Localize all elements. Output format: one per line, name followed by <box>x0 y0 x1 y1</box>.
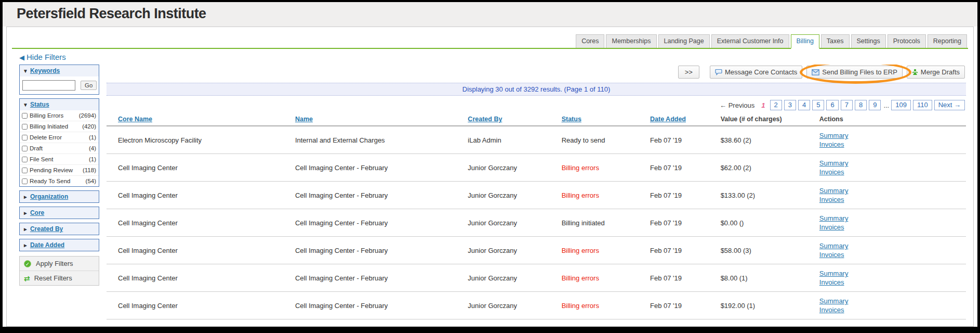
summary-link[interactable]: Summary <box>819 324 964 326</box>
collapsed-triangle-icon: ► <box>23 194 28 200</box>
pagination-page-3[interactable]: 3 <box>784 100 796 110</box>
column-header-label[interactable]: Date Added <box>650 116 686 123</box>
collapsed-triangle-icon: ► <box>23 242 28 248</box>
summary-link[interactable]: Summary <box>819 214 964 223</box>
status-checkbox-pending-review[interactable] <box>22 168 28 173</box>
tab-settings[interactable]: Settings <box>851 34 886 48</box>
invoices-link[interactable]: Invoices <box>819 278 964 287</box>
summary-link[interactable]: Summary <box>819 297 964 305</box>
send-billing-files-to-erp-button[interactable]: Send Billing Files to ERP <box>806 66 903 79</box>
invoices-link[interactable]: Invoices <box>819 223 964 232</box>
summary-link[interactable]: Summary <box>819 241 964 250</box>
status-filter-option-file-sent[interactable]: File Sent(1) <box>20 153 99 164</box>
tab-landing-page[interactable]: Landing Page <box>658 34 710 48</box>
invoices-link[interactable]: Invoices <box>819 195 964 204</box>
date-added-filter-header[interactable]: ►Date Added <box>20 239 99 251</box>
expand-toolbar-button[interactable]: >> <box>678 66 699 79</box>
status-filter-option-billing-initiated[interactable]: Billing Initiated(420) <box>20 121 99 132</box>
column-header-label[interactable]: Name <box>295 116 313 123</box>
hide-filters-link[interactable]: ◀Hide Filters <box>19 53 66 61</box>
status-filter-header[interactable]: ▼Status <box>20 99 99 110</box>
core-filter-header[interactable]: ►Core <box>20 207 99 219</box>
pagination-previous[interactable]: ← Previous <box>720 101 754 109</box>
cell-value: $198.00 (3) <box>719 319 817 327</box>
column-header-value-of-charges: Value (# of charges) <box>719 113 817 126</box>
cell-core-name: Cell Imaging Center <box>107 154 293 182</box>
keywords-filter-header[interactable]: ▼Keywords <box>20 65 99 76</box>
summary-link[interactable]: Summary <box>819 131 964 140</box>
cell-value: $38.60 (2) <box>719 126 817 154</box>
status-option-count: (4) <box>89 145 96 151</box>
status-checkbox-draft[interactable] <box>22 146 28 151</box>
status-checkbox-billing-errors[interactable] <box>22 113 28 119</box>
column-header-label[interactable]: Core Name <box>118 116 152 123</box>
summary-link[interactable]: Summary <box>819 186 964 195</box>
filters-sidebar: ▼Keywords Go ▼Status Billing Errors(2694… <box>19 65 99 326</box>
table-row: Cell Imaging CenterCell Imaging Center -… <box>107 292 966 319</box>
pagination-page-4[interactable]: 4 <box>798 100 810 110</box>
summary-link[interactable]: Summary <box>819 269 964 278</box>
invoices-link[interactable]: Invoices <box>819 305 964 314</box>
reset-filters-button[interactable]: ⇄ Reset Filters <box>20 271 99 285</box>
status-option-label: File Sent <box>30 156 89 162</box>
status-filter-option-draft[interactable]: Draft(4) <box>20 143 99 153</box>
status-checkbox-delete-error[interactable] <box>22 135 28 140</box>
pagination-page-2[interactable]: 2 <box>770 100 782 110</box>
pagination-page-9[interactable]: 9 <box>869 100 881 110</box>
pagination-page-5[interactable]: 5 <box>812 100 824 110</box>
left-triangle-icon: ◀ <box>19 54 24 61</box>
keywords-input[interactable] <box>22 80 75 91</box>
cell-date-added: Feb 07 '19 <box>648 264 719 292</box>
column-header-label[interactable]: Status <box>562 116 581 123</box>
pagination: ← Previous 1 23456789...109110Next → <box>107 100 965 110</box>
column-header-label[interactable]: Created By <box>468 116 502 123</box>
core-filter-box: ►Core <box>19 207 99 219</box>
tab-billing[interactable]: Billing <box>791 34 819 49</box>
created-by-filter-header[interactable]: ►Created By <box>20 223 99 235</box>
merge-drafts-button[interactable]: Merge Drafts <box>907 66 965 79</box>
table-row: Cell Imaging CenterCell Imaging Center -… <box>107 264 966 292</box>
cell-status: Ready to send <box>560 126 648 154</box>
keywords-filter-label: Keywords <box>30 67 60 74</box>
organization-filter-header[interactable]: ►Organization <box>20 191 99 202</box>
core-filter-label: Core <box>30 209 44 216</box>
summary-link[interactable]: Summary <box>819 159 964 168</box>
apply-filters-button[interactable]: ✓ Apply Filters <box>20 257 99 271</box>
pagination-page-110[interactable]: 110 <box>913 100 932 110</box>
pagination-page-8[interactable]: 8 <box>855 100 867 110</box>
status-filter-label: Status <box>30 101 49 108</box>
cell-name: Cell Imaging Center - February <box>293 237 466 264</box>
speech-bubble-icon <box>715 69 722 75</box>
cell-value: $133.00 (2) <box>719 182 817 209</box>
message-core-contacts-button[interactable]: Message Core Contacts <box>710 66 802 79</box>
go-button[interactable]: Go <box>81 81 97 90</box>
tab-reporting[interactable]: Reporting <box>928 34 967 48</box>
tab-protocols[interactable]: Protocols <box>888 34 926 48</box>
pagination-page-6[interactable]: 6 <box>826 100 838 110</box>
title-bar: Petersfield Research Institute <box>3 2 977 27</box>
tab-cores[interactable]: Cores <box>576 34 604 48</box>
pagination-page-7[interactable]: 7 <box>841 100 853 110</box>
invoices-link[interactable]: Invoices <box>819 140 964 149</box>
status-checkbox-billing-initiated[interactable] <box>22 124 28 130</box>
invoices-link[interactable]: Invoices <box>819 168 964 176</box>
cell-core-name: Cell Imaging Center <box>107 237 293 264</box>
status-filter-option-billing-errors[interactable]: Billing Errors(2694) <box>20 110 99 121</box>
pagination-page-109[interactable]: 109 <box>891 100 911 110</box>
column-header-label: Actions <box>819 116 843 123</box>
invoices-link[interactable]: Invoices <box>819 250 964 259</box>
cell-actions: SummaryInvoices <box>817 319 966 327</box>
pagination-next[interactable]: Next → <box>934 100 965 110</box>
status-filter-option-delete-error[interactable]: Delete Error(1) <box>20 132 99 143</box>
status-checkbox-ready-to-send[interactable] <box>22 178 28 184</box>
tab-taxes[interactable]: Taxes <box>821 34 850 48</box>
table-row: Cell Imaging CenterCell Imaging Center -… <box>107 237 966 264</box>
tab-external-customer-info[interactable]: External Customer Info <box>711 34 789 48</box>
cell-status: Billing errors <box>560 319 648 327</box>
cell-name: Cell Imaging Center - February <box>293 264 466 292</box>
status-checkbox-file-sent[interactable] <box>22 157 28 162</box>
status-filter-option-ready-to-send[interactable]: Ready To Send(54) <box>20 175 99 186</box>
status-filter-option-pending-review[interactable]: Pending Review(118) <box>20 164 99 175</box>
table-row: Cell Imaging CenterCell Imaging Center -… <box>107 209 966 237</box>
tab-memberships[interactable]: Memberships <box>606 34 656 48</box>
